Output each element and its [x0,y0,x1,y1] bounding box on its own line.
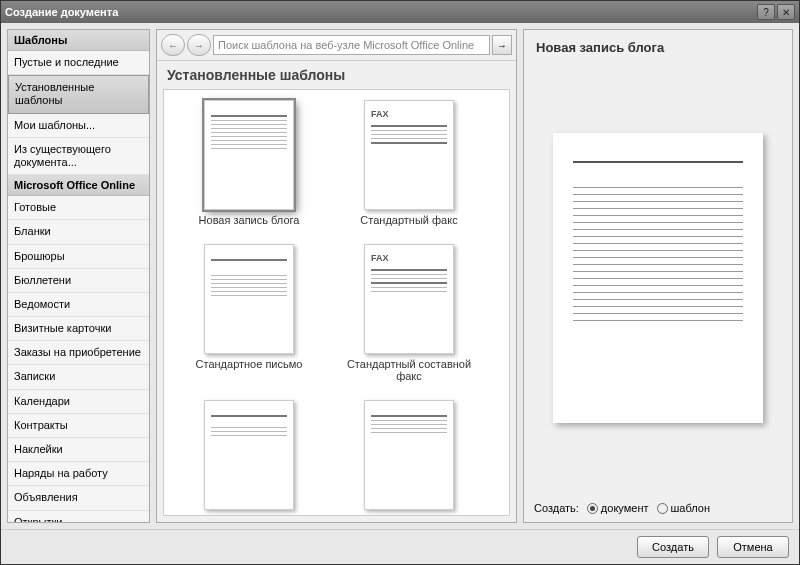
template-label: Стандартный факс [360,214,457,226]
dialog-title: Создание документа [5,6,755,18]
template-label: Новая запись блога [199,214,300,226]
sidebar-item[interactable]: Готовые [8,196,149,220]
template-item[interactable]: FAX Стандартный факс [334,100,484,226]
create-type-row: Создать: документ шаблон [524,494,792,522]
template-item[interactable] [334,400,484,514]
section-title: Установленные шаблоны [157,61,516,89]
radio-template[interactable]: шаблон [657,502,710,514]
sidebar-item[interactable]: Ведомости [8,293,149,317]
radio-document-label: документ [601,502,649,514]
sidebar-item[interactable]: Брошюры [8,245,149,269]
search-placeholder: Поиск шаблона на веб-узле Microsoft Offi… [218,39,474,51]
template-thumbnail [204,100,294,210]
template-thumbnail: FAX [364,100,454,210]
arrow-left-icon: ← [168,40,178,51]
template-thumbnail: FAX [364,244,454,354]
radio-icon [657,503,668,514]
search-go-button[interactable]: → [492,35,512,55]
sidebar-item[interactable]: Бланки [8,220,149,244]
titlebar: Создание документа ? ✕ [1,1,799,23]
template-item[interactable]: Стандартное письмо [174,244,324,382]
button-bar: Создать Отмена [1,529,799,564]
sidebar-header-templates: Шаблоны [8,30,149,51]
template-label: Стандартное письмо [196,358,303,370]
sidebar-item[interactable]: Записки [8,365,149,389]
preview-document [553,133,763,423]
create-label: Создать: [534,502,579,514]
sidebar-item[interactable]: Бюллетени [8,269,149,293]
forward-button[interactable]: → [187,34,211,56]
template-item[interactable]: FAX Стандартный составной факс [334,244,484,382]
sidebar-item-my-templates[interactable]: Мои шаблоны... [8,114,149,138]
sidebar-item[interactable]: Визитные карточки [8,317,149,341]
preview-title: Новая запись блога [524,30,792,61]
sidebar-item[interactable]: Объявления [8,486,149,510]
create-button[interactable]: Создать [637,536,709,558]
radio-template-label: шаблон [671,502,710,514]
template-label: Стандартный составной факс [339,358,479,382]
arrow-right-icon: → [497,40,507,51]
template-thumbnail [204,400,294,510]
search-input[interactable]: Поиск шаблона на веб-узле Microsoft Offi… [213,35,490,55]
help-button[interactable]: ? [757,4,775,20]
back-button[interactable]: ← [161,34,185,56]
cancel-button[interactable]: Отмена [717,536,789,558]
sidebar-header-online: Microsoft Office Online [8,175,149,196]
sidebar-item[interactable]: Заказы на приобретение [8,341,149,365]
sidebar: Шаблоны Пустые и последние Установленные… [7,29,150,523]
radio-document[interactable]: документ [587,502,649,514]
template-item[interactable] [174,400,324,514]
sidebar-item[interactable]: Открытки [8,511,149,522]
arrow-right-icon: → [194,40,204,51]
sidebar-item[interactable]: Контракты [8,414,149,438]
sidebar-item-from-existing[interactable]: Из существующего документа... [8,138,149,175]
main-panel: ← → Поиск шаблона на веб-узле Microsoft … [156,29,517,523]
sidebar-list[interactable]: Шаблоны Пустые и последние Установленные… [8,30,149,522]
sidebar-item-empty-recent[interactable]: Пустые и последние [8,51,149,75]
close-button[interactable]: ✕ [777,4,795,20]
template-thumbnail [204,244,294,354]
preview-body [524,61,792,494]
sidebar-item[interactable]: Наклейки [8,438,149,462]
sidebar-item[interactable]: Календари [8,390,149,414]
sidebar-item-installed-templates[interactable]: Установленные шаблоны [8,75,149,113]
new-document-dialog: Создание документа ? ✕ Шаблоны Пустые и … [0,0,800,565]
radio-icon [587,503,598,514]
gallery-grid: Новая запись блога FAX Стандартный факс [174,100,499,514]
preview-pane: Новая запись блога Создать: документ [523,29,793,523]
template-gallery[interactable]: Новая запись блога FAX Стандартный факс [163,89,510,516]
template-item[interactable]: Новая запись блога [174,100,324,226]
sidebar-item[interactable]: Наряды на работу [8,462,149,486]
dialog-content: Шаблоны Пустые и последние Установленные… [1,23,799,529]
toolbar: ← → Поиск шаблона на веб-узле Microsoft … [157,30,516,61]
template-thumbnail [364,400,454,510]
